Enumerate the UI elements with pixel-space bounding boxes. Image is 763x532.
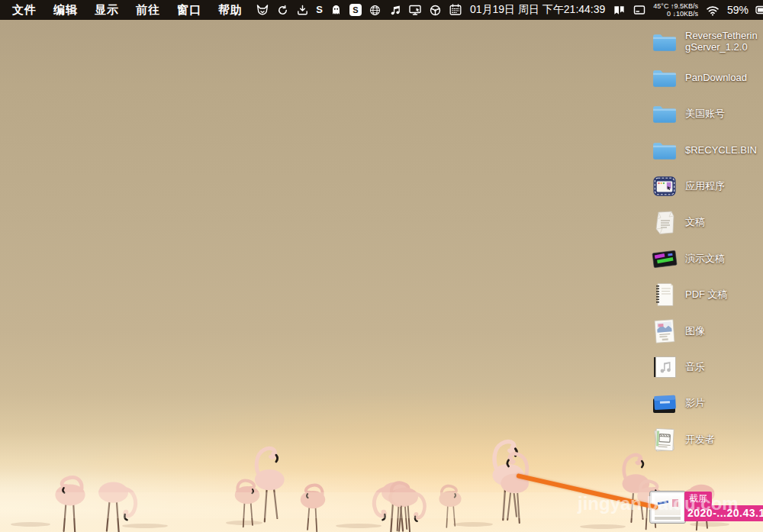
ghost-icon[interactable]	[330, 4, 343, 17]
menu-bar: 文件 编辑 显示 前往 窗口 帮助 S	[0, 0, 763, 20]
desktop-item-music[interactable]: 音乐	[650, 350, 760, 385]
folder-icon	[650, 136, 678, 165]
desktop-item-us-account[interactable]: 美国账号	[650, 96, 760, 132]
music-note-icon[interactable]	[388, 4, 401, 17]
desktop-item-reversetethering[interactable]: ReverseTetheringServer_1.2.0	[650, 24, 760, 60]
desktop-item-label: 美国账号	[685, 108, 725, 120]
thumbnail-toolbar	[655, 517, 681, 520]
letter-s-icon[interactable]: S	[316, 4, 323, 16]
menu-file[interactable]: 文件	[4, 3, 45, 18]
documents-icon	[650, 208, 678, 237]
desktop-item-pdf-documents[interactable]: PDF 文稿	[650, 277, 760, 313]
desktop-item-label: 音乐	[685, 362, 705, 373]
app-menus: 文件 编辑 显示 前往 窗口 帮助	[0, 3, 251, 18]
desktop-item-images[interactable]: 图像	[650, 313, 760, 349]
presentations-icon	[650, 244, 678, 273]
desktop-item-label: 演示文稿	[685, 253, 725, 265]
pdf-documents-icon	[650, 280, 678, 309]
screen-share-icon[interactable]	[408, 3, 422, 17]
menu-edit[interactable]: 编辑	[45, 3, 86, 18]
net-stats-line1: 45°C ↑9.5KB/s	[653, 2, 698, 10]
desktop-item-label: ReverseTetheringServer_1.2.0	[685, 31, 760, 53]
desktop-item-pandownload[interactable]: PanDownload	[650, 60, 760, 95]
desktop-item-label: 开发者	[685, 434, 715, 446]
menu-view[interactable]: 显示	[86, 3, 127, 18]
battery-percentage: 59%	[727, 4, 749, 16]
wifi-icon[interactable]	[705, 4, 720, 17]
clock[interactable]: 01月19日 周日 下午21:44:39	[470, 3, 605, 17]
desktop-item-documents[interactable]: 文稿	[650, 205, 760, 240]
fox-icon[interactable]	[256, 3, 269, 17]
menu-help[interactable]: 帮助	[210, 3, 251, 18]
applications-icon	[650, 172, 678, 201]
status-bar: S S	[256, 2, 763, 18]
sync-icon[interactable]	[276, 4, 289, 17]
desktop-icon-column: ReverseTetheringServer_1.2.0 PanDownload…	[650, 24, 760, 458]
calendar-icon[interactable]	[449, 3, 462, 17]
shadowsocks-icon[interactable]: S	[349, 4, 362, 16]
desktop-item-presentations[interactable]: 演示文稿	[650, 240, 760, 276]
desktop-item-label: PDF 文稿	[685, 289, 728, 301]
images-icon	[650, 317, 678, 346]
globe-icon[interactable]	[369, 4, 382, 17]
steering-wheel-icon[interactable]	[429, 4, 442, 17]
desktop-item-recycle-bin[interactable]: $RECYCLE.BIN	[650, 132, 760, 168]
music-icon	[650, 353, 678, 382]
desktop-item-label: 图像	[685, 326, 705, 337]
folder-icon	[650, 27, 678, 56]
desktop-item-developer[interactable]: 开发者	[650, 421, 760, 457]
folder-icon	[650, 99, 678, 128]
developer-icon	[650, 425, 678, 454]
net-stats[interactable]: 45°C ↑9.5KB/s 0 ↓10KB/s	[653, 2, 698, 18]
desktop-item-label: $RECYCLE.BIN	[685, 145, 757, 156]
desktop: 文件 编辑 显示 前往 窗口 帮助 S	[0, 0, 763, 532]
desktop-item-label: 应用程序	[685, 181, 725, 192]
menu-window[interactable]: 窗口	[169, 3, 210, 18]
desktop-item-label: PanDownload	[685, 73, 747, 84]
watermark-text: jingyan.baidu.com	[578, 493, 739, 514]
window-icon[interactable]	[633, 3, 646, 17]
desktop-item-label: 影片	[685, 398, 705, 409]
net-stats-line2: 0 ↓10KB/s	[653, 10, 698, 18]
desktop-item-label: 文稿	[685, 217, 705, 228]
movies-icon	[650, 389, 678, 418]
desktop-item-movies[interactable]: 影片	[650, 385, 760, 421]
battery-icon	[755, 3, 763, 17]
download-icon[interactable]	[296, 4, 309, 17]
folder-icon	[650, 63, 678, 92]
desktop-item-applications[interactable]: 应用程序	[650, 169, 760, 205]
menu-go[interactable]: 前往	[127, 3, 169, 18]
input-flags-icon[interactable]	[613, 4, 626, 17]
